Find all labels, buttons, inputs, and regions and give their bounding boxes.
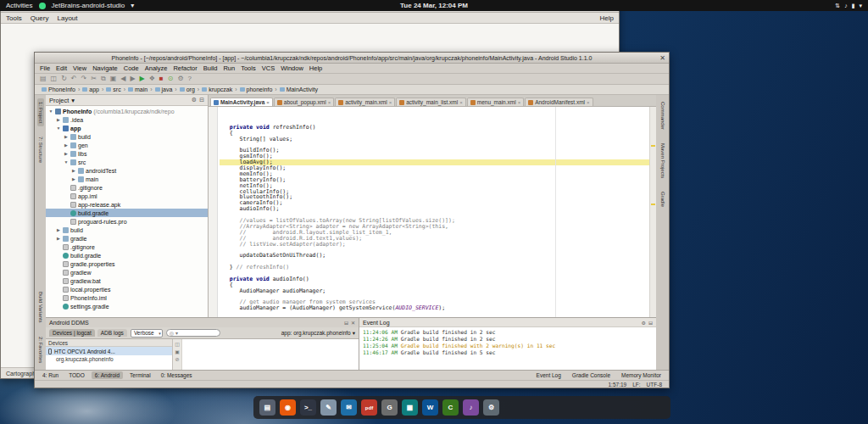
- tab-mainactivity.java[interactable]: MainActivity.java×: [210, 98, 273, 106]
- menu-help[interactable]: Help: [600, 14, 614, 22]
- tree-item-main[interactable]: ▶main: [46, 175, 208, 183]
- tree-item-gradlew[interactable]: gradlew: [46, 268, 208, 276]
- menu-build[interactable]: Build: [203, 64, 218, 72]
- menu-navigate[interactable]: Navigate: [92, 64, 118, 72]
- panel-header-icon[interactable]: ✕: [351, 320, 355, 326]
- tab-androidmanifest.xml[interactable]: AndroidManifest.xml×: [525, 98, 593, 106]
- tree-item-build.gradle[interactable]: build.gradle: [46, 209, 208, 217]
- copy-icon[interactable]: ⧉: [101, 75, 106, 82]
- breadcrumb-krupczak[interactable]: krupczak: [202, 86, 232, 92]
- tree-item-src[interactable]: ▼src: [46, 158, 208, 166]
- toolwindow-button-build-variants[interactable]: Build Variants: [37, 288, 44, 326]
- paste-icon[interactable]: ▣: [110, 75, 117, 82]
- menu-layout[interactable]: Layout: [57, 14, 77, 22]
- run-icon[interactable]: ▶: [140, 75, 145, 82]
- settings-icon[interactable]: ⚙: [177, 75, 183, 82]
- network-icon[interactable]: ⇅: [835, 3, 840, 9]
- music-icon[interactable]: ♪: [463, 399, 479, 416]
- ddms-tab-adb-logs[interactable]: ADB logs: [97, 329, 127, 337]
- toolwindow-tab-terminal[interactable]: Terminal: [126, 371, 154, 379]
- firefox-icon[interactable]: ◉: [280, 399, 296, 416]
- sync-icon[interactable]: ↻: [61, 75, 67, 82]
- logcat-output[interactable]: [182, 339, 359, 370]
- tree-item-gen[interactable]: ▶gen: [46, 141, 208, 149]
- breadcrumb-mainactivity[interactable]: MainActivity: [280, 86, 318, 92]
- tree-item-.idea[interactable]: ▶.idea: [46, 115, 208, 124]
- toolwindow-tab-6-android[interactable]: 6: Android: [92, 371, 123, 379]
- redo-icon[interactable]: ↷: [81, 75, 87, 82]
- undo-icon[interactable]: ↶: [71, 75, 77, 82]
- logcat-tool-icon[interactable]: ▣: [175, 349, 180, 354]
- menu-window[interactable]: Window: [281, 64, 303, 72]
- clock[interactable]: Tue 24 Mar, 12:04 PM: [400, 2, 468, 9]
- gimp-icon[interactable]: G: [381, 399, 398, 416]
- process-row[interactable]: org.krupczak.phoneinfo: [46, 355, 172, 363]
- toolwindow-button-2-favorites[interactable]: 2: Favorites: [37, 333, 44, 366]
- tree-item-libs[interactable]: ▶libs: [46, 149, 208, 158]
- tree-item-settings.gradle[interactable]: settings.gradle: [46, 302, 208, 310]
- mail-icon[interactable]: ✉: [341, 399, 357, 416]
- terminal-icon[interactable]: >_: [300, 399, 316, 416]
- stop-icon[interactable]: ■: [159, 75, 164, 82]
- volume-icon[interactable]: ♪: [844, 3, 848, 9]
- forward-icon[interactable]: ▶: [130, 75, 135, 82]
- activities-button[interactable]: Activities: [6, 2, 33, 9]
- tree-item-phoneinfo.iml[interactable]: PhoneInfo.iml: [46, 293, 208, 302]
- breadcrumb-java[interactable]: java: [155, 86, 173, 92]
- help-icon[interactable]: ?: [188, 75, 192, 82]
- cut-icon[interactable]: ✂: [91, 75, 97, 82]
- text-editor-icon[interactable]: ✎: [320, 399, 337, 416]
- editor-scrollbar[interactable]: [649, 107, 656, 317]
- ddms-tab-devices-logcat[interactable]: Devices | logcat: [49, 329, 95, 337]
- menu-tools[interactable]: Tools: [241, 64, 256, 72]
- menu-analyze[interactable]: Analyze: [145, 64, 168, 72]
- breadcrumb-main[interactable]: main: [128, 86, 147, 92]
- battery-icon[interactable]: ▮: [852, 3, 855, 9]
- open-icon[interactable]: ▤: [40, 75, 47, 82]
- tree-item-gradle[interactable]: ▶gradle: [46, 234, 208, 243]
- breadcrumb-phoneinfo[interactable]: PhoneInfo: [42, 86, 75, 92]
- back-icon[interactable]: ◀: [120, 75, 125, 82]
- menu-help[interactable]: Help: [309, 64, 322, 72]
- save-all-icon[interactable]: ◫: [51, 75, 58, 82]
- toolwindow-button-commander[interactable]: Commander: [659, 98, 666, 133]
- toolwindow-button-1-project[interactable]: 1: Project: [37, 98, 44, 126]
- toolwindow-tab-memory-monitor[interactable]: Memory Monitor: [618, 371, 665, 379]
- tree-item-build[interactable]: ▶build: [46, 226, 208, 234]
- log-level-select[interactable]: Verbose: [131, 329, 163, 338]
- tab-activity-main-list.xml[interactable]: activity_main_list.xml×: [396, 98, 466, 106]
- device-row[interactable]: HTC OPCV1 Android 4...: [46, 347, 172, 355]
- panel-header-icon[interactable]: ⊟: [648, 320, 653, 326]
- toolwindow-tab-4-run[interactable]: 4: Run: [39, 371, 62, 379]
- event-log-list[interactable]: 11:24:06 AM Gradle build finished in 2 s…: [359, 327, 656, 370]
- logcat-tool-icon[interactable]: ◫: [175, 341, 180, 347]
- menu-query[interactable]: Query: [31, 14, 49, 22]
- toolwindow-button-7-structure[interactable]: 7: Structure: [37, 133, 44, 166]
- panel-header-icon[interactable]: ⊟: [199, 97, 204, 103]
- breadcrumb-src[interactable]: src: [106, 86, 120, 92]
- tree-item-proguard-rules.pro[interactable]: proguard-rules.pro: [46, 217, 208, 226]
- debug-icon[interactable]: ❖: [149, 75, 155, 82]
- panel-header-icon[interactable]: ⚙: [192, 97, 197, 103]
- writer-icon[interactable]: W: [422, 399, 438, 416]
- software-icon[interactable]: ⚙: [483, 399, 499, 416]
- system-menu-chevron-icon[interactable]: ▾: [859, 3, 862, 9]
- logcat-tool-icon[interactable]: ⊘: [175, 356, 179, 362]
- project-panel-header[interactable]: Project ▾ ⚙⊟: [46, 95, 208, 106]
- image-viewer-icon[interactable]: ▦: [402, 399, 418, 416]
- breadcrumb-org[interactable]: org: [180, 86, 195, 92]
- tree-item-app-release.apk[interactable]: app-release.apk: [46, 200, 208, 209]
- menu-edit[interactable]: Edit: [56, 64, 67, 72]
- tree-item-.gitignore[interactable]: .gitignore: [46, 183, 208, 192]
- chevron-down-icon[interactable]: ▾: [71, 97, 75, 104]
- breadcrumb-phoneinfo[interactable]: phoneinfo: [240, 86, 273, 92]
- toolwindow-button-maven-projects[interactable]: Maven Projects: [659, 140, 666, 181]
- calc-icon[interactable]: C: [442, 399, 459, 416]
- menu-vcs[interactable]: VCS: [262, 64, 275, 72]
- menu-run[interactable]: Run: [223, 64, 235, 72]
- tree-item-build.gradle[interactable]: build.gradle: [46, 251, 208, 259]
- app-menu-button[interactable]: JetBrains-android-studio: [52, 2, 125, 9]
- tree-item-phoneinfo[interactable]: ▼PhoneInfo (/columbia1/krupczak/ndk/repo: [46, 107, 208, 115]
- tree-item-.gitignore[interactable]: .gitignore: [46, 243, 208, 251]
- toolwindow-tab-gradle-console[interactable]: Gradle Console: [569, 371, 614, 379]
